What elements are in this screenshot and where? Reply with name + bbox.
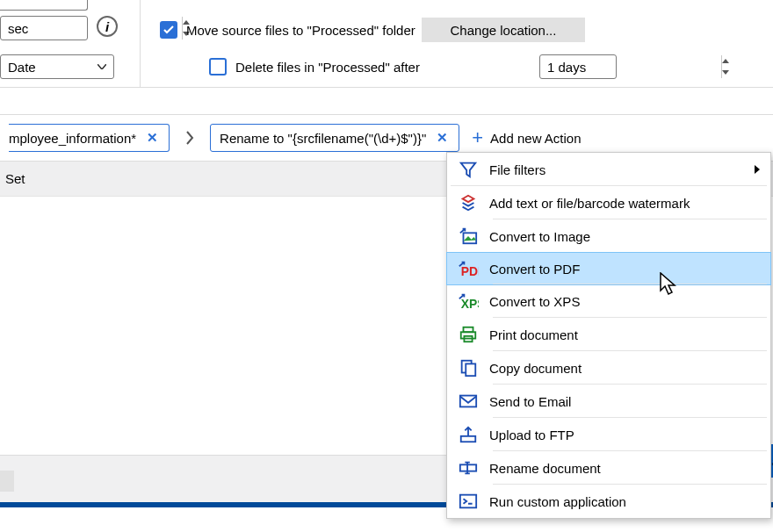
chip-label: Rename to "{srcfilename("(\d+)$")}": [220, 131, 426, 146]
menu-item-rename[interactable]: Rename document: [447, 451, 770, 485]
days-value[interactable]: [540, 55, 721, 78]
menu-item-label: Convert to XPS: [489, 294, 580, 309]
svg-rect-11: [460, 495, 476, 508]
move-source-checkbox[interactable]: [160, 21, 177, 39]
chip-remove-icon[interactable]: ✕: [435, 130, 450, 146]
delete-after-checkbox[interactable]: [209, 58, 227, 75]
email-icon: [447, 393, 489, 409]
menu-item-label: Rename document: [489, 461, 601, 476]
chip-label: mployee_information*: [9, 131, 136, 146]
menu-item-convert-pdf[interactable]: PDF Convert to PDF: [446, 252, 771, 285]
top-settings-panel: i Date Move source files to "Processed" …: [0, 0, 773, 88]
chevron-right-icon: [185, 131, 194, 145]
plus-icon: +: [472, 128, 483, 147]
upload-icon: [447, 425, 489, 444]
menu-item-label: Add text or file/barcode watermark: [489, 196, 690, 211]
filter-icon: [447, 160, 489, 179]
checkmark-icon: [163, 25, 174, 34]
menu-item-label: Convert to PDF: [489, 262, 580, 277]
menu-item-label: Upload to FTP: [489, 428, 574, 442]
bottom-button-fragment[interactable]: [0, 471, 14, 492]
terminal-icon: [447, 492, 489, 510]
copy-icon: [447, 358, 489, 377]
move-source-row: Move source files to "Processed" folder: [160, 21, 415, 39]
menu-item-file-filters[interactable]: File filters: [447, 153, 770, 186]
sort-by-combo[interactable]: Date: [0, 54, 114, 79]
interval-spinner[interactable]: [0, 16, 88, 40]
chip-separator: [178, 124, 201, 152]
menu-item-label: Copy document: [489, 361, 582, 376]
image-icon: [447, 226, 489, 246]
chevron-down-icon: [98, 64, 106, 69]
print-icon: [447, 325, 489, 344]
action-chip[interactable]: Rename to "{srcfilename("(\d+)$")}" ✕: [210, 124, 459, 152]
spin-up-icon[interactable]: [722, 55, 729, 67]
days-spinner[interactable]: [539, 54, 617, 79]
action-chip[interactable]: mployee_information* ✕: [9, 124, 170, 152]
delete-after-label: Delete files in "Processed" after: [235, 60, 420, 75]
menu-item-copy[interactable]: Copy document: [447, 351, 770, 385]
add-action-menu: File filters Add text or file/barcode wa…: [446, 152, 771, 519]
spinner-fragment: [0, 0, 88, 11]
menu-item-run-app[interactable]: Run custom application: [447, 485, 770, 518]
xps-icon: XPS: [447, 291, 489, 311]
menu-item-email[interactable]: Send to Email: [447, 385, 770, 418]
sort-by-value: Date: [8, 60, 36, 75]
menu-item-label: File filters: [489, 162, 545, 177]
add-action-button[interactable]: + Add new Action: [472, 128, 581, 147]
change-location-label: Change location...: [451, 23, 557, 38]
menu-item-convert-image[interactable]: Convert to Image: [447, 219, 770, 253]
spinner-buttons[interactable]: [721, 55, 729, 78]
interval-value[interactable]: [1, 17, 182, 40]
set-label: Set: [5, 171, 25, 186]
rename-icon: [447, 458, 489, 478]
svg-rect-7: [466, 363, 475, 376]
info-glyph: i: [105, 19, 109, 34]
menu-item-convert-xps[interactable]: XPS Convert to XPS: [447, 284, 770, 318]
pdf-icon: PDF: [447, 259, 489, 278]
svg-rect-8: [460, 396, 476, 407]
menu-item-label: Convert to Image: [489, 229, 590, 244]
menu-item-print[interactable]: Print document: [447, 318, 770, 351]
delete-after-row: Delete files in "Processed" after: [209, 58, 420, 75]
menu-item-label: Run custom application: [489, 494, 626, 509]
menu-item-watermark[interactable]: Add text or file/barcode watermark: [447, 186, 770, 219]
svg-text:XPS: XPS: [461, 297, 479, 311]
menu-item-ftp[interactable]: Upload to FTP: [447, 418, 770, 451]
watermark-icon: [447, 193, 489, 212]
add-action-label: Add new Action: [490, 131, 581, 146]
svg-text:PDF: PDF: [461, 264, 479, 278]
change-location-button[interactable]: Change location...: [422, 18, 585, 42]
move-source-label: Move source files to "Processed" folder: [186, 23, 415, 38]
info-icon[interactable]: i: [97, 16, 118, 37]
menu-item-label: Print document: [489, 327, 578, 342]
menu-item-label: Send to Email: [489, 394, 571, 409]
chip-remove-icon[interactable]: ✕: [145, 130, 160, 146]
spin-down-icon[interactable]: [722, 67, 729, 78]
svg-rect-9: [461, 436, 476, 442]
vertical-separator: [140, 0, 141, 88]
submenu-arrow-icon: [755, 165, 760, 174]
